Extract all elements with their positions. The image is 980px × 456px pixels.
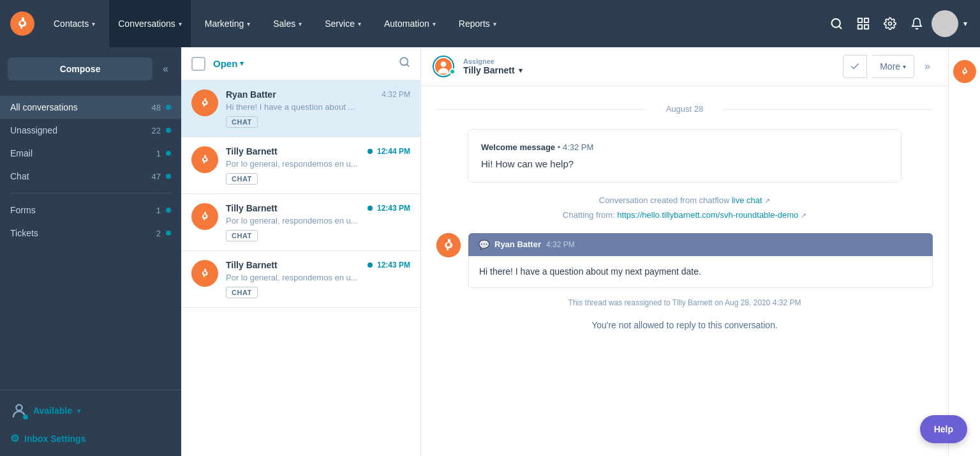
conversation-preview: Hi there! I have a question about ...: [226, 102, 410, 112]
user-avatar[interactable]: [932, 10, 958, 37]
nav-contacts[interactable]: Contacts ▾: [45, 0, 104, 47]
conversation-preview: Por lo general, respondemos en u...: [226, 159, 410, 169]
conversation-preview: Por lo general, respondemos en u...: [226, 273, 410, 282]
svg-line-2: [839, 26, 842, 29]
svg-point-17: [436, 233, 461, 257]
welcome-message-header: Welcome message • 4:32 PM: [481, 142, 888, 152]
user-menu-chevron[interactable]: ▾: [961, 17, 970, 31]
date-divider: August 28: [436, 104, 933, 114]
assignee-row: [434, 57, 456, 76]
sidebar-item-count: 1: [156, 149, 161, 158]
live-chat-link[interactable]: live chat: [732, 195, 762, 205]
sidebar-item-email[interactable]: Email 1: [0, 142, 181, 165]
chevron-down-icon: ▾: [493, 20, 496, 27]
sidebar-item-count: 48: [152, 103, 161, 112]
assignee-name-dropdown[interactable]: Tilly Barnett ▾: [463, 65, 835, 75]
online-dot: [23, 414, 28, 420]
svg-point-11: [196, 94, 214, 112]
left-sidebar: Compose « All conversations 48 Unassigne…: [0, 47, 181, 456]
chat-url-link[interactable]: https://hello.tillybarnett.com/svh-round…: [617, 210, 798, 220]
conversation-time: 4:32 PM: [382, 90, 410, 99]
search-button[interactable]: [824, 11, 849, 36]
nav-conversations[interactable]: Conversations ▾: [109, 0, 191, 47]
channel-badge: CHAT: [226, 173, 258, 185]
sidebar-divider: [10, 193, 171, 194]
conversation-time: 12:43 PM: [368, 204, 410, 213]
availability-toggle[interactable]: Available ▾: [10, 398, 171, 423]
nav-automation[interactable]: Automation ▾: [375, 0, 445, 47]
unread-dot: [166, 151, 171, 156]
svg-point-13: [196, 208, 214, 225]
user-status-icon: [10, 402, 28, 420]
channel-badge: CHAT: [226, 116, 258, 128]
unread-dot: [166, 174, 171, 179]
visitor-name: Ryan Batter: [494, 239, 541, 249]
chat-bubble-icon: 💬: [479, 239, 489, 250]
search-conversations-button[interactable]: [399, 56, 410, 71]
avatar: [191, 203, 218, 230]
resolve-button[interactable]: [843, 55, 867, 78]
conversation-list: Open ▾ Ryan Batter 4:32 PM Hi there! I h…: [181, 47, 421, 456]
svg-point-7: [889, 22, 892, 26]
nav-marketing[interactable]: Marketing ▾: [196, 0, 259, 47]
unread-dot: [166, 208, 171, 213]
chat-header: Assignee Tilly Barnett ▾ More ▾ »: [421, 47, 948, 86]
nav-service[interactable]: Service ▾: [316, 0, 370, 47]
svg-rect-6: [858, 25, 862, 29]
more-actions-button[interactable]: More ▾: [872, 55, 914, 78]
settings-icon[interactable]: [878, 11, 902, 36]
conversation-item[interactable]: Tilly Barnett 12:43 PM Por lo general, r…: [181, 194, 420, 251]
chevron-down-icon: ▾: [299, 20, 302, 27]
right-panel: [948, 47, 980, 456]
chevron-down-icon: ▾: [358, 20, 361, 27]
sidebar-item-all-conversations[interactable]: All conversations 48: [0, 96, 181, 119]
hubspot-logo[interactable]: [10, 11, 34, 36]
visitor-bubble: 💬 Ryan Batter 4:32 PM Hi there! I have a…: [468, 233, 933, 288]
contact-name: Ryan Batter: [226, 89, 276, 100]
svg-point-16: [441, 61, 447, 67]
unread-indicator: [368, 262, 373, 268]
collapse-sidebar-button[interactable]: «: [158, 58, 174, 80]
sidebar-item-forms[interactable]: Forms 1: [0, 199, 181, 222]
compose-button[interactable]: Compose: [8, 57, 152, 80]
gear-icon: ⚙: [10, 432, 19, 445]
hubspot-sidebar-icon[interactable]: [953, 60, 976, 83]
help-button[interactable]: Help: [920, 415, 967, 443]
conversation-preview: Por lo general, respondemos en u...: [226, 216, 410, 225]
chevron-down-icon: ▾: [92, 20, 95, 27]
sidebar-item-unassigned[interactable]: Unassigned 22: [0, 119, 181, 142]
svg-point-12: [196, 151, 214, 169]
online-indicator: [449, 68, 456, 75]
conversation-list-header: Open ▾: [181, 47, 420, 80]
visitor-avatar: [436, 233, 461, 257]
conversation-item[interactable]: Ryan Batter 4:32 PM Hi there! I have a q…: [181, 80, 420, 137]
sidebar-item-tickets[interactable]: Tickets 2: [0, 222, 181, 245]
svg-rect-3: [858, 19, 862, 22]
status-filter-dropdown[interactable]: Open ▾: [213, 58, 244, 69]
unread-dot: [166, 231, 171, 236]
sidebar-item-count: 1: [156, 206, 161, 215]
sidebar-item-label: Email: [10, 148, 151, 158]
reassignment-note: This thread was reassigned to Tilly Barn…: [436, 298, 933, 307]
chat-area: Assignee Tilly Barnett ▾ More ▾ » A: [421, 47, 948, 456]
unread-indicator: [368, 206, 373, 211]
conversation-item[interactable]: Tilly Barnett 12:43 PM Por lo general, r…: [181, 251, 420, 308]
collapse-right-panel-button[interactable]: »: [919, 56, 935, 77]
chevron-down-icon: ▾: [433, 20, 436, 27]
conversation-item[interactable]: Tilly Barnett 12:44 PM Por lo general, r…: [181, 137, 420, 194]
unread-dot: [166, 128, 171, 133]
external-link-icon: ↗: [801, 211, 806, 219]
sidebar-item-chat[interactable]: Chat 47: [0, 165, 181, 188]
main-layout: Compose « All conversations 48 Unassigne…: [0, 47, 980, 456]
select-all-checkbox[interactable]: [191, 57, 205, 71]
contact-name: Tilly Barnett: [226, 260, 278, 270]
chevron-down-icon: ▾: [179, 20, 182, 27]
sidebar-item-label: Forms: [10, 205, 151, 215]
sidebar-navigation: All conversations 48 Unassigned 22 Email…: [0, 91, 181, 390]
nav-sales[interactable]: Sales ▾: [264, 0, 311, 47]
marketplace-icon[interactable]: [851, 11, 875, 36]
visitor-message-row: 💬 Ryan Batter 4:32 PM Hi there! I have a…: [436, 233, 933, 288]
notifications-icon[interactable]: [905, 11, 929, 36]
inbox-settings-button[interactable]: ⚙ Inbox Settings: [10, 429, 171, 448]
nav-reports[interactable]: Reports ▾: [450, 0, 505, 47]
